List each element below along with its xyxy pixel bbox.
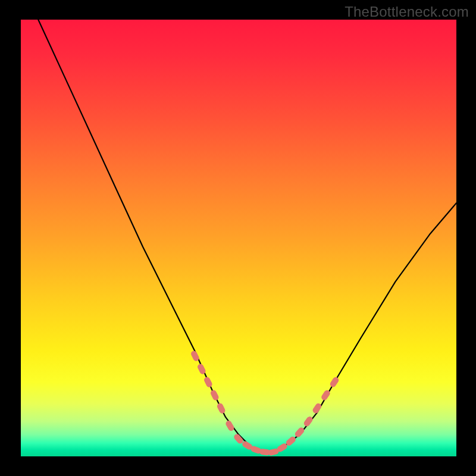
chart-frame: TheBottleneck.com: [0, 0, 476, 476]
curve-marker: [216, 402, 226, 415]
curve-marker: [312, 402, 322, 415]
curve-marker: [329, 376, 340, 389]
curve-marker: [294, 427, 305, 439]
plot-area: [21, 20, 456, 456]
curve-line-group: [38, 20, 456, 452]
curve-marker: [203, 376, 213, 389]
marker-group: [190, 350, 340, 456]
watermark-text: TheBottleneck.com: [345, 4, 469, 20]
bottleneck-curve: [38, 20, 456, 452]
curve-marker: [303, 415, 314, 427]
curve-marker: [209, 389, 220, 402]
curve-marker: [225, 419, 236, 432]
curve-svg: [21, 20, 456, 456]
